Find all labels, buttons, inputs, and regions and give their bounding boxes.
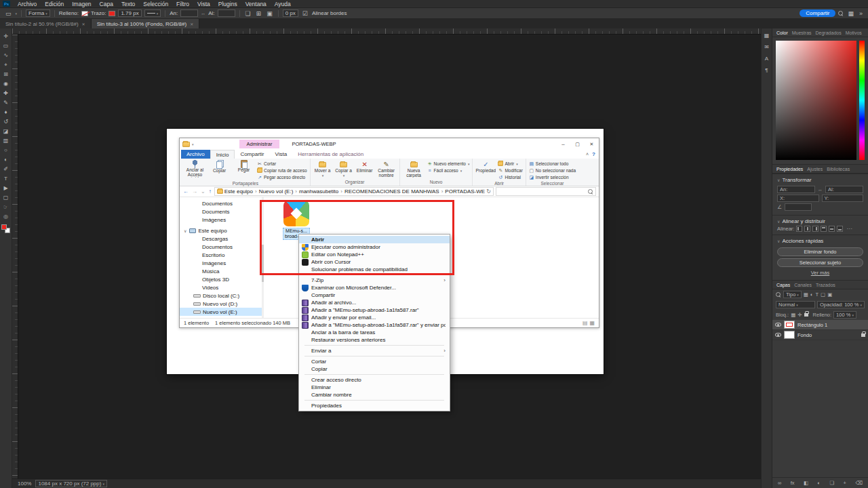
healing-brush-tool-icon[interactable]: ✚: [1, 89, 11, 98]
y-field[interactable]: Y:: [822, 195, 864, 202]
menu-item[interactable]: Plugins: [214, 1, 241, 7]
rename-button[interactable]: Cambiar nombre: [376, 159, 397, 178]
help-icon[interactable]: [592, 151, 595, 157]
filter-pixel-layers-icon[interactable]: ▦: [804, 291, 808, 298]
sidebar-item[interactable]: Documents: [180, 207, 264, 216]
copy-path-button[interactable]: Copiar ruta de acceso: [257, 167, 307, 174]
details-view-icon[interactable]: ▤: [583, 320, 588, 326]
shape-tool-icon[interactable]: ▢: [1, 193, 11, 202]
layer-effects-icon[interactable]: fx: [791, 480, 795, 486]
stroke-style-dropdown[interactable]: [144, 9, 161, 17]
x-field[interactable]: X:: [777, 195, 819, 202]
comment-panel-icon[interactable]: ✉: [764, 44, 769, 50]
zoom-tool-icon[interactable]: ◎: [1, 212, 11, 221]
lock-position-icon[interactable]: ✛: [797, 312, 802, 318]
color-swatches[interactable]: [1, 224, 10, 233]
maximize-button[interactable]: [570, 138, 585, 150]
sidebar-item[interactable]: Imágenes: [180, 259, 264, 267]
context-menu-item[interactable]: Añadir al archivo...: [299, 299, 450, 306]
select-subject-button[interactable]: Seleccionar sujeto: [777, 258, 863, 267]
panel-tab[interactable]: Ajustes: [807, 167, 823, 171]
sidebar-item[interactable]: Documentos: [180, 243, 264, 251]
path-arrangement-icon[interactable]: ▣: [265, 10, 274, 17]
ribbon-tab[interactable]: Herramientas de aplicación: [292, 150, 369, 159]
align-center-horizontal-icon[interactable]: [804, 226, 810, 232]
paragraph-panel-icon[interactable]: ¶: [765, 67, 768, 73]
layer-row-rectangle[interactable]: Rectángulo 1: [772, 320, 868, 330]
panel-tab[interactable]: Motivos: [846, 30, 862, 35]
lock-transparency-icon[interactable]: ▦: [791, 312, 795, 318]
open-button[interactable]: Abrir: [498, 161, 522, 167]
align-more-icon[interactable]: ⋯: [846, 226, 852, 232]
eraser-tool-icon[interactable]: ◪: [1, 127, 11, 136]
brush-tool-icon[interactable]: ✎: [1, 98, 11, 107]
context-menu-item[interactable]: [304, 374, 444, 375]
recent-locations-icon[interactable]: [200, 188, 206, 195]
new-layer-icon[interactable]: +: [844, 480, 846, 486]
ribbon-tab[interactable]: Inicio: [210, 150, 235, 159]
adjustment-layer-icon[interactable]: ◐: [818, 480, 821, 486]
align-left-icon[interactable]: [796, 226, 802, 232]
paste-button[interactable]: Pegar: [233, 159, 255, 173]
dodge-tool-icon[interactable]: ◐: [1, 155, 11, 164]
sidebar-item[interactable]: Imágenes: [180, 216, 264, 224]
document-tab[interactable]: Sin título-2 al 50.9% (RGB/8#): [0, 19, 92, 28]
menu-item[interactable]: Edición: [41, 1, 68, 7]
saturation-square[interactable]: [776, 41, 856, 160]
sidebar-item[interactable]: Nuevo vol (D:): [180, 300, 264, 308]
align-center-vertical-icon[interactable]: [829, 226, 835, 232]
panel-tab[interactable]: Trazados: [816, 283, 835, 287]
search-input[interactable]: [496, 187, 596, 196]
sidebar-item[interactable]: Descargas: [180, 235, 264, 243]
panel-tab[interactable]: Propiedades: [776, 167, 803, 171]
link-dimensions-icon[interactable]: [818, 186, 823, 192]
context-menu-item[interactable]: Cortar: [299, 358, 450, 365]
delete-layer-icon[interactable]: ⌫: [855, 480, 863, 486]
link-dimensions-icon[interactable]: [201, 10, 205, 16]
height-input[interactable]: [218, 9, 235, 17]
select-none-button[interactable]: No seleccionar nada: [529, 167, 576, 174]
menu-item[interactable]: Capa: [96, 1, 117, 7]
align-bottom-icon[interactable]: [837, 226, 843, 232]
blur-tool-icon[interactable]: ○: [1, 146, 11, 155]
layer-thumbnail[interactable]: [784, 321, 795, 329]
crop-tool-icon[interactable]: ⊞: [1, 70, 11, 79]
layer-visibility-icon[interactable]: [775, 323, 781, 327]
sidebar-item[interactable]: Objetos 3D: [180, 275, 264, 283]
angle-field[interactable]: [785, 203, 812, 211]
context-menu-item[interactable]: Crear acceso directo: [299, 376, 450, 384]
history-brush-tool-icon[interactable]: ↺: [1, 117, 11, 126]
layer-thumbnail[interactable]: [784, 331, 795, 339]
context-menu-item[interactable]: 7-Zip: [299, 277, 450, 284]
new-item-button[interactable]: Nuevo elemento: [427, 161, 470, 167]
quick-access-toolbar-caret-icon[interactable]: [192, 141, 194, 147]
panel-tab[interactable]: Muestras: [792, 30, 812, 35]
panel-tab[interactable]: Canales: [794, 283, 812, 287]
sidebar-item[interactable]: Disco local (C:): [180, 291, 264, 300]
width-input[interactable]: [180, 9, 198, 17]
layer-row-background[interactable]: Fondo: [772, 330, 868, 340]
align-top-icon[interactable]: [821, 226, 827, 232]
more-options-icon[interactable]: »: [858, 10, 864, 17]
properties-button[interactable]: Propiedades: [475, 159, 496, 174]
collapse-ribbon-icon[interactable]: [586, 151, 589, 157]
up-button[interactable]: [208, 188, 212, 195]
tool-preset-caret-icon[interactable]: [16, 10, 18, 16]
ribbon-tab[interactable]: Vista: [270, 150, 293, 159]
easy-access-button[interactable]: Fácil acceso: [427, 167, 470, 174]
context-menu-item[interactable]: Anclar a la barra de tareas: [299, 329, 450, 336]
history-button[interactable]: Historial: [498, 174, 522, 180]
breadcrumb[interactable]: Este equipoNuevo vol (E:)manhwasubetitoR…: [214, 187, 494, 196]
context-menu-item[interactable]: Examinar con Microsoft Defender...: [299, 284, 450, 291]
object-selection-tool-icon[interactable]: ⌖: [1, 60, 11, 69]
context-menu-item[interactable]: Compartir: [299, 291, 450, 299]
close-tab-icon[interactable]: [82, 21, 85, 27]
select-all-button[interactable]: Seleccionar todo: [529, 161, 576, 167]
character-panel-icon[interactable]: A: [765, 56, 768, 62]
panel-tab[interactable]: Color: [776, 30, 788, 35]
menu-item[interactable]: Selección: [139, 1, 172, 7]
width-field[interactable]: An:: [777, 186, 815, 193]
hand-tool-icon[interactable]: ☞: [1, 203, 11, 211]
thumbnail-view-icon[interactable]: ▦: [589, 320, 595, 326]
shape-tool-preset-icon[interactable]: ▭: [4, 10, 13, 17]
